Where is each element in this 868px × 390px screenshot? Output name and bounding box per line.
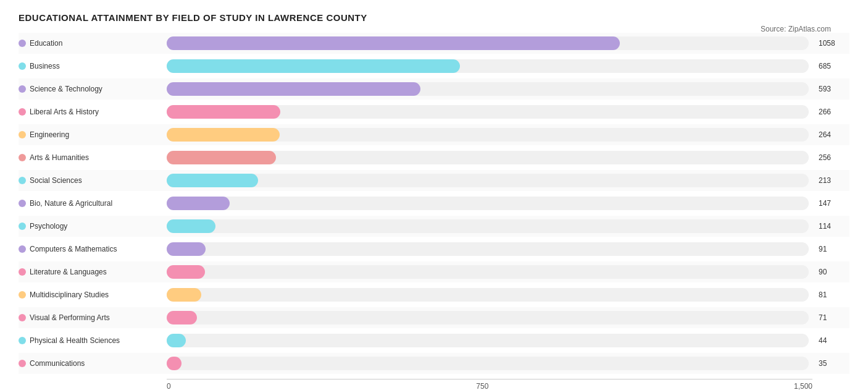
bar-fill <box>167 311 197 324</box>
bar-dot <box>19 245 26 253</box>
bar-label-wrap: Communications <box>19 359 167 368</box>
bar-value: 81 <box>819 290 849 299</box>
bar-fill <box>167 82 420 96</box>
x-axis-tick: 750 <box>476 382 488 390</box>
bar-row: Visual & Performing Arts 71 <box>19 307 849 328</box>
bar-value: 114 <box>819 222 849 231</box>
bar-value: 213 <box>819 176 849 185</box>
bar-value: 256 <box>819 153 849 162</box>
bar-label: Social Sciences <box>30 176 82 185</box>
bar-label-wrap: Arts & Humanities <box>19 153 167 162</box>
bar-value: 593 <box>819 85 849 93</box>
bar-dot <box>19 337 26 344</box>
chart-title: EDUCATIONAL ATTAINMENT BY FIELD OF STUDY… <box>19 12 849 23</box>
bar-label: Communications <box>30 359 85 368</box>
bar-label-wrap: Education <box>19 39 167 48</box>
bar-dot <box>19 314 26 321</box>
bar-fill <box>167 288 201 302</box>
bar-row: Science & Technology 593 <box>19 78 849 100</box>
bar-label-wrap: Literature & Languages <box>19 268 167 276</box>
bar-label-wrap: Multidisciplinary Studies <box>19 290 167 299</box>
bar-row: Liberal Arts & History 266 <box>19 101 849 122</box>
bar-value: 147 <box>819 199 849 208</box>
bar-dot <box>19 154 26 161</box>
bar-label-wrap: Science & Technology <box>19 85 167 93</box>
bar-track <box>167 82 809 96</box>
bar-fill <box>167 151 276 164</box>
bar-fill <box>167 59 460 73</box>
bar-track <box>167 265 809 279</box>
bar-track <box>167 357 809 370</box>
x-axis: 07501,500 <box>19 379 849 390</box>
bar-fill <box>167 128 280 142</box>
bar-value: 90 <box>819 268 849 276</box>
bar-row: Education 1058 <box>19 33 849 54</box>
bar-label-wrap: Visual & Performing Arts <box>19 313 167 322</box>
bar-track <box>167 105 809 119</box>
bar-row: Engineering 264 <box>19 124 849 145</box>
bar-label: Visual & Performing Arts <box>30 313 110 322</box>
bar-fill <box>167 197 230 210</box>
bar-track <box>167 36 809 50</box>
bar-label-wrap: Liberal Arts & History <box>19 108 167 116</box>
bar-fill <box>167 219 215 233</box>
bar-value: 266 <box>819 108 849 116</box>
bar-value: 35 <box>819 359 849 368</box>
bar-label-wrap: Business <box>19 62 167 70</box>
bar-dot <box>19 360 26 367</box>
bar-row: Multidisciplinary Studies 81 <box>19 284 849 305</box>
bar-row: Social Sciences 213 <box>19 170 849 191</box>
bar-label: Education <box>30 39 62 48</box>
bar-fill <box>167 334 186 347</box>
bar-row: Computers & Mathematics 91 <box>19 239 849 260</box>
bar-dot <box>19 108 26 116</box>
bar-track <box>167 219 809 233</box>
bar-row: Business 685 <box>19 56 849 77</box>
bar-fill <box>167 105 280 119</box>
bar-dot <box>19 268 26 276</box>
bar-label: Arts & Humanities <box>30 153 89 162</box>
bar-dot <box>19 131 26 138</box>
bar-dot <box>19 177 26 184</box>
bar-label: Liberal Arts & History <box>30 108 99 116</box>
bar-label: Literature & Languages <box>30 268 107 276</box>
bar-label: Science & Technology <box>30 85 102 93</box>
bar-dot <box>19 200 26 207</box>
bar-label-wrap: Bio, Nature & Agricultural <box>19 199 167 208</box>
source-label: Source: ZipAtlas.com <box>761 25 831 33</box>
bar-track <box>167 242 809 256</box>
bar-fill <box>167 242 206 256</box>
bar-row: Psychology 114 <box>19 216 849 237</box>
bar-track <box>167 288 809 302</box>
bar-label-wrap: Psychology <box>19 222 167 231</box>
bar-row: Communications 35 <box>19 353 849 374</box>
bar-label: Psychology <box>30 222 67 231</box>
bar-row: Bio, Nature & Agricultural 147 <box>19 193 849 214</box>
x-axis-tick: 1,500 <box>794 382 812 390</box>
bar-row: Arts & Humanities 256 <box>19 147 849 168</box>
x-axis-tick: 0 <box>167 382 171 390</box>
x-axis-inner: 07501,500 <box>167 379 812 390</box>
bar-label: Physical & Health Sciences <box>30 336 120 345</box>
bar-label: Multidisciplinary Studies <box>30 290 109 299</box>
bar-fill <box>167 174 258 187</box>
bar-value: 44 <box>819 336 849 345</box>
bar-label-wrap: Engineering <box>19 130 167 139</box>
bar-value: 91 <box>819 245 849 253</box>
bar-label: Business <box>30 62 60 70</box>
bar-fill <box>167 357 182 370</box>
bar-dot <box>19 291 26 299</box>
bar-label-wrap: Physical & Health Sciences <box>19 336 167 345</box>
bar-dot <box>19 62 26 70</box>
bar-label: Computers & Mathematics <box>30 245 117 253</box>
bar-label: Bio, Nature & Agricultural <box>30 199 112 208</box>
bar-label-wrap: Social Sciences <box>19 176 167 185</box>
bar-row: Literature & Languages 90 <box>19 261 849 282</box>
bar-track <box>167 197 809 210</box>
bar-dot <box>19 85 26 93</box>
bar-value: 264 <box>819 130 849 139</box>
bars-container: Education 1058 Business 685 Science & Te… <box>19 33 849 374</box>
bar-row: Physical & Health Sciences 44 <box>19 330 849 351</box>
bar-fill <box>167 265 205 279</box>
bar-value: 1058 <box>819 39 849 48</box>
